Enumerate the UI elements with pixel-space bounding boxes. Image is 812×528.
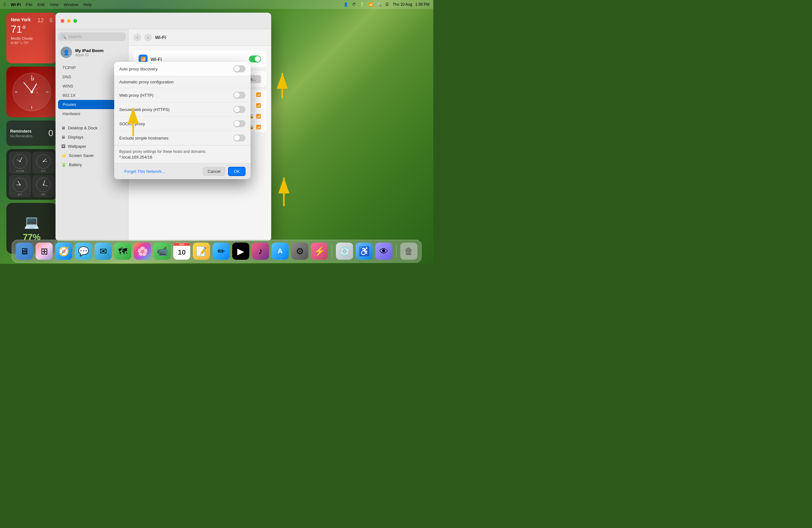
profile-avatar: 👤: [61, 47, 72, 58]
http-proxy-toggle[interactable]: [233, 92, 246, 99]
wifi-bars-ksp: 📶: [256, 103, 261, 108]
http-proxy-toggle-thumb: [234, 92, 240, 98]
svg-point-9: [30, 91, 33, 93]
exclude-hostnames-label: Exclude simple hostnames: [119, 136, 169, 141]
weather-condition: Mostly Cloudy: [11, 36, 53, 40]
window-titlebar: [56, 13, 271, 29]
screensaver-icon: ⭐: [61, 153, 66, 158]
wallpaper-icon: 🖼: [61, 144, 66, 149]
svg-line-24: [43, 180, 45, 185]
clock-face: 12 9: [11, 71, 52, 113]
dock-icon-facetime[interactable]: 📹: [154, 243, 171, 260]
https-proxy-toggle[interactable]: [233, 106, 246, 113]
svg-point-26: [43, 184, 44, 186]
dock-icon-mail[interactable]: ✉: [95, 243, 112, 260]
menu-bar-datetime: Thu 10 Aug 1:38 PM: [393, 2, 430, 7]
window-minimize-button[interactable]: [67, 19, 71, 23]
dock-icon-trash[interactable]: 🗑: [400, 243, 417, 260]
svg-line-12: [20, 158, 22, 161]
dock-icon-maps[interactable]: 🗺: [114, 243, 131, 260]
dock-icon-notes[interactable]: 📝: [193, 243, 210, 260]
svg-point-14: [19, 161, 20, 162]
proxy-row-auto-discovery: Auto proxy discovery: [114, 62, 250, 76]
network-icons-ksp: 📶: [256, 103, 261, 108]
dock-icon-calendar[interactable]: AUG 10: [173, 243, 190, 260]
menu-bar-left:  Wi-Fi File Edit View Window Help: [4, 2, 92, 7]
svg-point-22: [19, 184, 20, 186]
dock-icon-appstore[interactable]: A: [272, 243, 289, 260]
menu-bar-control-center[interactable]: ☰: [386, 2, 389, 7]
svg-point-18: [43, 161, 44, 162]
menu-bar-right: 👤 ⏱ 🔋 📶 🔍 ☰ Thu 10 Aug 1:38 PM: [344, 2, 430, 7]
menu-bar-battery: 🔋: [360, 2, 364, 7]
battery-laptop-icon: 💻: [24, 215, 40, 230]
menu-app-name[interactable]: Wi-Fi: [11, 2, 21, 7]
content-title: Wi-Fi: [155, 35, 166, 40]
wifi-bars-mediclue5g: 📶: [256, 124, 261, 129]
cancel-button[interactable]: Cancel: [203, 167, 226, 176]
wifi-bars-jiofi: 📶: [256, 92, 261, 97]
reminders-title: Reminders: [10, 129, 32, 133]
dock-icon-finder[interactable]: 🖥: [16, 243, 33, 260]
weather-highlow: H:80° L:70°: [11, 41, 53, 45]
dock-icon-launchpad[interactable]: ⊞: [35, 243, 53, 260]
nav-back-button[interactable]: ‹: [133, 34, 141, 41]
dock-icon-freeform[interactable]: ✏: [213, 243, 230, 260]
profile-sub: Apple ID: [75, 53, 104, 57]
proxies-dialog: Auto proxy discovery Automatic proxy con…: [114, 62, 250, 179]
dock: 🖥 ⊞ 🧭 💬 ✉ 🗺 🌸 📹 AUG 10 📝 ✏ ▶ ♪ A ⚙ ⚡ 💿 ♿…: [12, 240, 422, 263]
exclude-hostnames-toggle-thumb: [234, 135, 240, 141]
menu-bar-wifi-icon[interactable]: 📶: [368, 2, 373, 7]
dock-icon-safari[interactable]: 🧭: [55, 243, 72, 260]
menu-bar:  Wi-Fi File Edit View Window Help 👤 ⏱ 🔋…: [0, 0, 433, 9]
auto-proxy-toggle[interactable]: [233, 65, 246, 72]
dock-icon-photos[interactable]: 🌸: [134, 243, 151, 260]
proxy-row-socks: SOCKS proxy: [114, 117, 250, 131]
svg-line-20: [18, 181, 20, 185]
exclude-hostnames-toggle[interactable]: [233, 134, 246, 142]
dock-icon-preview[interactable]: 👁: [375, 243, 392, 260]
bypass-value: *.local,169.254/16: [119, 155, 246, 160]
menu-bar-search-icon[interactable]: 🔍: [377, 2, 381, 7]
ok-button[interactable]: OK: [228, 167, 246, 176]
wifi-toggle[interactable]: [249, 56, 261, 62]
proxy-row-exclude-hostnames: Exclude simple hostnames: [114, 131, 250, 145]
dock-icon-disk-utility[interactable]: 💿: [336, 243, 353, 260]
socks-proxy-toggle-thumb: [234, 121, 240, 127]
mini-clock-act: ACT: [9, 175, 31, 197]
profile-name: My iPad Boom: [75, 48, 104, 53]
desktop-dock-icon: 🖥: [61, 126, 66, 130]
svg-text:12: 12: [31, 77, 34, 81]
dock-icon-accessibility[interactable]: ♿: [356, 243, 373, 260]
auto-proxy-toggle-thumb: [234, 66, 240, 72]
menu-bar-time-machine: ⏱: [352, 2, 356, 7]
profile-info: My iPad Boom Apple ID: [75, 48, 104, 57]
network-icons-mediclue5g: 🔒 📶: [249, 124, 261, 129]
dock-icon-system-settings[interactable]: ⚙: [291, 243, 308, 260]
sidebar-profile[interactable]: 👤 My iPad Boom Apple ID: [58, 44, 126, 61]
dock-icon-shortcuts[interactable]: ⚡: [311, 243, 328, 260]
battery-icon: 🔋: [61, 162, 66, 167]
svg-line-25: [43, 185, 48, 186]
mini-clock-pet: PET: [32, 175, 55, 197]
forget-network-button[interactable]: Forget This Network...: [119, 167, 170, 175]
search-placeholder: Search: [68, 34, 81, 39]
auto-config-label: Automatic proxy configuration: [119, 79, 174, 84]
dock-icon-messages[interactable]: 💬: [75, 243, 92, 260]
dock-icon-music[interactable]: ♪: [252, 243, 269, 260]
menu-item-help[interactable]: Help: [84, 2, 92, 7]
http-proxy-label: Web proxy (HTTP): [119, 93, 154, 98]
widget-multi-clocks: 10 CUR NYC ACT: [6, 149, 57, 200]
window-close-button[interactable]: [61, 19, 64, 23]
dock-icon-tv[interactable]: ▶: [232, 243, 249, 260]
displays-icon: 🖥: [61, 135, 66, 140]
nav-forward-button[interactable]: ›: [144, 34, 152, 41]
window-maximize-button[interactable]: [73, 19, 77, 23]
apple-menu[interactable]: : [4, 2, 6, 7]
menu-item-window[interactable]: Window: [64, 2, 78, 7]
search-bar[interactable]: 🔍 Search: [58, 32, 126, 41]
socks-proxy-toggle[interactable]: [233, 120, 246, 127]
menu-item-view[interactable]: View: [50, 2, 59, 7]
menu-item-file[interactable]: File: [26, 2, 33, 7]
menu-item-edit[interactable]: Edit: [38, 2, 44, 7]
